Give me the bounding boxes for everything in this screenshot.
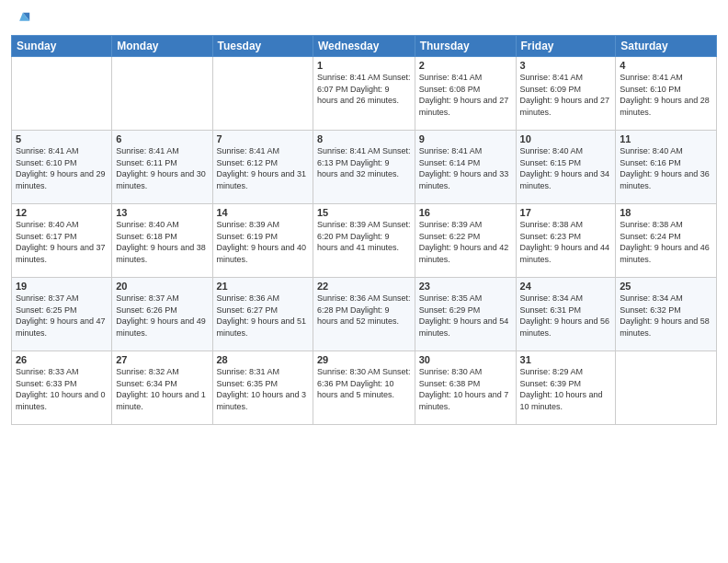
calendar-cell: 30Sunrise: 8:30 AM Sunset: 6:38 PM Dayli…	[415, 351, 516, 425]
day-number: 30	[419, 354, 512, 365]
day-info: Sunrise: 8:37 AM Sunset: 6:26 PM Dayligh…	[116, 293, 208, 339]
calendar-cell: 14Sunrise: 8:39 AM Sunset: 6:19 PM Dayli…	[212, 204, 313, 278]
calendar-cell: 1Sunrise: 8:41 AM Sunset: 6:07 PM Daylig…	[313, 57, 415, 131]
day-info: Sunrise: 8:35 AM Sunset: 6:29 PM Dayligh…	[419, 293, 512, 339]
day-info: Sunrise: 8:32 AM Sunset: 6:34 PM Dayligh…	[116, 366, 208, 412]
calendar-cell: 19Sunrise: 8:37 AM Sunset: 6:25 PM Dayli…	[12, 278, 112, 351]
day-number: 3	[520, 60, 612, 71]
day-info: Sunrise: 8:41 AM Sunset: 6:10 PM Dayligh…	[16, 145, 108, 191]
calendar-cell: 31Sunrise: 8:29 AM Sunset: 6:39 PM Dayli…	[516, 351, 616, 425]
day-number: 24	[520, 281, 612, 292]
day-number: 19	[16, 281, 108, 292]
calendar-cell: 17Sunrise: 8:38 AM Sunset: 6:23 PM Dayli…	[516, 204, 616, 278]
col-header-thursday: Thursday	[415, 36, 516, 57]
calendar-cell: 25Sunrise: 8:34 AM Sunset: 6:32 PM Dayli…	[616, 278, 717, 351]
calendar-cell: 11Sunrise: 8:40 AM Sunset: 6:16 PM Dayli…	[616, 131, 717, 204]
day-info: Sunrise: 8:30 AM Sunset: 6:38 PM Dayligh…	[419, 366, 512, 412]
day-number: 16	[419, 207, 512, 218]
day-info: Sunrise: 8:40 AM Sunset: 6:17 PM Dayligh…	[16, 219, 108, 265]
calendar-cell	[12, 57, 112, 131]
day-info: Sunrise: 8:41 AM Sunset: 6:09 PM Dayligh…	[520, 72, 612, 118]
day-number: 25	[620, 281, 712, 292]
day-info: Sunrise: 8:40 AM Sunset: 6:15 PM Dayligh…	[520, 145, 612, 191]
day-info: Sunrise: 8:31 AM Sunset: 6:35 PM Dayligh…	[217, 366, 309, 412]
calendar-cell: 28Sunrise: 8:31 AM Sunset: 6:35 PM Dayli…	[212, 351, 313, 425]
calendar-cell	[212, 57, 313, 131]
day-info: Sunrise: 8:37 AM Sunset: 6:25 PM Dayligh…	[16, 293, 108, 339]
calendar-cell: 24Sunrise: 8:34 AM Sunset: 6:31 PM Dayli…	[516, 278, 616, 351]
day-info: Sunrise: 8:33 AM Sunset: 6:33 PM Dayligh…	[16, 366, 108, 412]
calendar-cell: 6Sunrise: 8:41 AM Sunset: 6:11 PM Daylig…	[112, 131, 212, 204]
day-info: Sunrise: 8:41 AM Sunset: 6:12 PM Dayligh…	[217, 145, 309, 191]
calendar-cell: 10Sunrise: 8:40 AM Sunset: 6:15 PM Dayli…	[516, 131, 616, 204]
day-info: Sunrise: 8:41 AM Sunset: 6:14 PM Dayligh…	[419, 145, 512, 191]
calendar-cell	[616, 351, 717, 425]
day-number: 12	[16, 207, 108, 218]
day-number: 17	[520, 207, 612, 218]
calendar-week-2: 12Sunrise: 8:40 AM Sunset: 6:17 PM Dayli…	[12, 204, 717, 278]
day-number: 15	[317, 207, 411, 218]
calendar-cell: 3Sunrise: 8:41 AM Sunset: 6:09 PM Daylig…	[516, 57, 616, 131]
day-info: Sunrise: 8:38 AM Sunset: 6:24 PM Dayligh…	[620, 219, 712, 265]
calendar-week-0: 1Sunrise: 8:41 AM Sunset: 6:07 PM Daylig…	[12, 57, 717, 131]
calendar-week-4: 26Sunrise: 8:33 AM Sunset: 6:33 PM Dayli…	[12, 351, 717, 425]
calendar-cell: 2Sunrise: 8:41 AM Sunset: 6:08 PM Daylig…	[415, 57, 516, 131]
calendar-cell: 8Sunrise: 8:41 AM Sunset: 6:13 PM Daylig…	[313, 131, 415, 204]
day-info: Sunrise: 8:39 AM Sunset: 6:22 PM Dayligh…	[419, 219, 512, 265]
col-header-sunday: Sunday	[12, 36, 112, 57]
calendar-cell: 29Sunrise: 8:30 AM Sunset: 6:36 PM Dayli…	[313, 351, 415, 425]
header	[11, 9, 717, 29]
col-header-wednesday: Wednesday	[313, 36, 415, 57]
day-info: Sunrise: 8:34 AM Sunset: 6:31 PM Dayligh…	[520, 293, 612, 339]
day-number: 5	[16, 133, 108, 144]
calendar-cell: 15Sunrise: 8:39 AM Sunset: 6:20 PM Dayli…	[313, 204, 415, 278]
day-number: 21	[217, 281, 309, 292]
day-info: Sunrise: 8:41 AM Sunset: 6:08 PM Dayligh…	[419, 72, 512, 118]
day-number: 10	[520, 133, 612, 144]
day-number: 22	[317, 281, 411, 292]
calendar-cell: 23Sunrise: 8:35 AM Sunset: 6:29 PM Dayli…	[415, 278, 516, 351]
logo-icon	[11, 9, 31, 29]
day-info: Sunrise: 8:36 AM Sunset: 6:28 PM Dayligh…	[317, 293, 411, 327]
calendar-cell: 12Sunrise: 8:40 AM Sunset: 6:17 PM Dayli…	[12, 204, 112, 278]
day-info: Sunrise: 8:38 AM Sunset: 6:23 PM Dayligh…	[520, 219, 612, 265]
day-info: Sunrise: 8:41 AM Sunset: 6:11 PM Dayligh…	[116, 145, 208, 191]
day-info: Sunrise: 8:41 AM Sunset: 6:10 PM Dayligh…	[620, 72, 712, 118]
calendar-table: SundayMondayTuesdayWednesdayThursdayFrid…	[11, 35, 717, 425]
day-info: Sunrise: 8:30 AM Sunset: 6:36 PM Dayligh…	[317, 366, 411, 401]
day-number: 26	[16, 354, 108, 365]
day-number: 31	[520, 354, 612, 365]
calendar-week-1: 5Sunrise: 8:41 AM Sunset: 6:10 PM Daylig…	[12, 131, 717, 204]
calendar-cell: 27Sunrise: 8:32 AM Sunset: 6:34 PM Dayli…	[112, 351, 212, 425]
day-number: 9	[419, 133, 512, 144]
day-info: Sunrise: 8:39 AM Sunset: 6:19 PM Dayligh…	[217, 219, 309, 265]
calendar-cell: 5Sunrise: 8:41 AM Sunset: 6:10 PM Daylig…	[12, 131, 112, 204]
day-info: Sunrise: 8:36 AM Sunset: 6:27 PM Dayligh…	[217, 293, 309, 339]
day-number: 27	[116, 354, 208, 365]
day-number: 11	[620, 133, 712, 144]
day-number: 23	[419, 281, 512, 292]
calendar-cell: 9Sunrise: 8:41 AM Sunset: 6:14 PM Daylig…	[415, 131, 516, 204]
logo	[11, 9, 35, 29]
calendar-cell: 7Sunrise: 8:41 AM Sunset: 6:12 PM Daylig…	[212, 131, 313, 204]
day-number: 28	[217, 354, 309, 365]
calendar-cell	[112, 57, 212, 131]
calendar-cell: 26Sunrise: 8:33 AM Sunset: 6:33 PM Dayli…	[12, 351, 112, 425]
day-info: Sunrise: 8:40 AM Sunset: 6:16 PM Dayligh…	[620, 145, 712, 191]
day-info: Sunrise: 8:29 AM Sunset: 6:39 PM Dayligh…	[520, 366, 612, 412]
calendar-cell: 4Sunrise: 8:41 AM Sunset: 6:10 PM Daylig…	[616, 57, 717, 131]
col-header-friday: Friday	[516, 36, 616, 57]
day-number: 8	[317, 133, 411, 144]
day-number: 14	[217, 207, 309, 218]
calendar-header-row: SundayMondayTuesdayWednesdayThursdayFrid…	[12, 36, 717, 57]
day-number: 20	[116, 281, 208, 292]
calendar-cell: 21Sunrise: 8:36 AM Sunset: 6:27 PM Dayli…	[212, 278, 313, 351]
calendar-cell: 22Sunrise: 8:36 AM Sunset: 6:28 PM Dayli…	[313, 278, 415, 351]
day-number: 6	[116, 133, 208, 144]
day-info: Sunrise: 8:34 AM Sunset: 6:32 PM Dayligh…	[620, 293, 712, 339]
col-header-tuesday: Tuesday	[212, 36, 313, 57]
calendar-page: SundayMondayTuesdayWednesdayThursdayFrid…	[0, 0, 728, 563]
day-info: Sunrise: 8:41 AM Sunset: 6:07 PM Dayligh…	[317, 72, 411, 107]
day-info: Sunrise: 8:41 AM Sunset: 6:13 PM Dayligh…	[317, 145, 411, 180]
calendar-cell: 20Sunrise: 8:37 AM Sunset: 6:26 PM Dayli…	[112, 278, 212, 351]
